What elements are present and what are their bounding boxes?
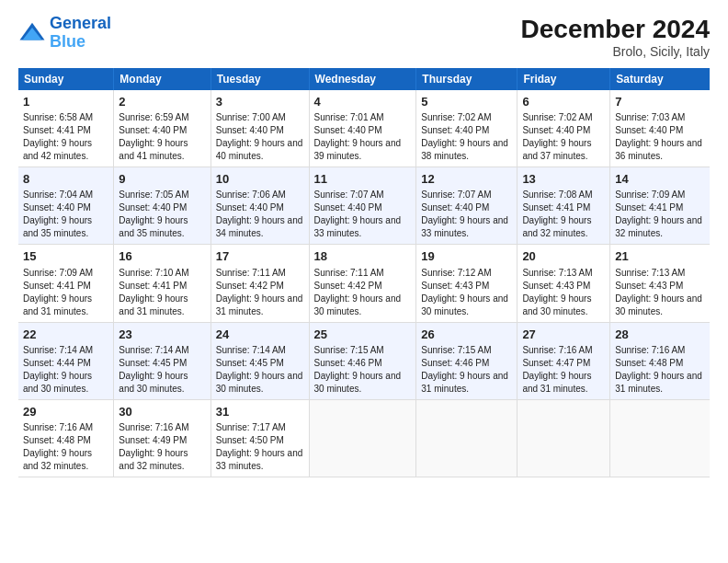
- calendar-cell: 13Sunrise: 7:08 AMSunset: 4:41 PMDayligh…: [518, 167, 610, 245]
- daylight: Daylight: 9 hours and 32 minutes.: [522, 215, 591, 238]
- day-number: 28: [615, 327, 705, 343]
- day-number: 8: [23, 171, 108, 188]
- sunset: Sunset: 4:45 PM: [216, 358, 284, 368]
- daylight: Daylight: 9 hours and 40 minutes.: [216, 138, 303, 161]
- calendar-cell: 29Sunrise: 7:16 AMSunset: 4:48 PMDayligh…: [18, 399, 114, 477]
- week-row-2: 8Sunrise: 7:04 AMSunset: 4:40 PMDaylight…: [18, 167, 710, 245]
- sunset: Sunset: 4:40 PM: [216, 125, 284, 135]
- calendar-cell: 22Sunrise: 7:14 AMSunset: 4:44 PMDayligh…: [18, 322, 114, 399]
- sunrise: Sunrise: 6:59 AM: [119, 112, 188, 122]
- day-number: 9: [119, 171, 205, 188]
- sunrise: Sunrise: 7:01 AM: [314, 112, 384, 122]
- sunrise: Sunrise: 7:14 AM: [23, 345, 93, 355]
- day-number: 4: [314, 94, 412, 110]
- calendar-cell: 2Sunrise: 6:59 AMSunset: 4:40 PMDaylight…: [114, 90, 210, 167]
- calendar-cell: 5Sunrise: 7:02 AMSunset: 4:40 PMDaylight…: [416, 90, 518, 167]
- daylight: Daylight: 9 hours and 41 minutes.: [119, 138, 188, 161]
- calendar-cell: 7Sunrise: 7:03 AMSunset: 4:40 PMDaylight…: [610, 90, 710, 167]
- sunrise: Sunrise: 7:08 AM: [522, 190, 592, 200]
- day-number: 29: [23, 404, 108, 420]
- column-header-saturday: Saturday: [610, 68, 710, 90]
- sunrise: Sunrise: 7:13 AM: [615, 268, 685, 278]
- day-number: 14: [615, 171, 705, 188]
- sunrise: Sunrise: 7:09 AM: [615, 190, 685, 200]
- main-title: December 2024: [521, 15, 710, 44]
- sunset: Sunset: 4:40 PM: [314, 125, 382, 135]
- sunrise: Sunrise: 7:05 AM: [119, 190, 188, 200]
- calendar-cell: 21Sunrise: 7:13 AMSunset: 4:43 PMDayligh…: [610, 245, 710, 322]
- daylight: Daylight: 9 hours and 30 minutes.: [216, 371, 303, 394]
- calendar-cell: 26Sunrise: 7:15 AMSunset: 4:46 PMDayligh…: [416, 322, 518, 399]
- calendar-cell: 19Sunrise: 7:12 AMSunset: 4:43 PMDayligh…: [416, 245, 518, 322]
- sunset: Sunset: 4:43 PM: [615, 281, 683, 291]
- week-row-1: 1Sunrise: 6:58 AMSunset: 4:41 PMDaylight…: [18, 90, 710, 167]
- day-number: 19: [421, 248, 512, 265]
- daylight: Daylight: 9 hours and 31 minutes.: [421, 371, 508, 394]
- daylight: Daylight: 9 hours and 31 minutes.: [522, 371, 591, 394]
- day-number: 15: [23, 248, 108, 265]
- sunset: Sunset: 4:40 PM: [522, 125, 590, 135]
- calendar-cell: 16Sunrise: 7:10 AMSunset: 4:41 PMDayligh…: [114, 245, 210, 322]
- daylight: Daylight: 9 hours and 42 minutes.: [23, 138, 92, 161]
- sunrise: Sunrise: 7:07 AM: [421, 190, 491, 200]
- sunset: Sunset: 4:40 PM: [119, 202, 187, 213]
- day-number: 21: [615, 248, 705, 265]
- calendar-cell: 30Sunrise: 7:16 AMSunset: 4:49 PMDayligh…: [114, 399, 210, 477]
- day-number: 6: [522, 94, 605, 110]
- sunset: Sunset: 4:48 PM: [615, 358, 683, 368]
- calendar-cell: 12Sunrise: 7:07 AMSunset: 4:40 PMDayligh…: [416, 167, 518, 245]
- calendar-cell: 25Sunrise: 7:15 AMSunset: 4:46 PMDayligh…: [309, 322, 416, 399]
- calendar-table: SundayMondayTuesdayWednesdayThursdayFrid…: [18, 68, 710, 477]
- sunrise: Sunrise: 7:03 AM: [615, 112, 685, 122]
- sunset: Sunset: 4:42 PM: [314, 281, 382, 291]
- sunset: Sunset: 4:47 PM: [522, 358, 590, 368]
- daylight: Daylight: 9 hours and 31 minutes.: [216, 293, 303, 316]
- calendar-cell: 15Sunrise: 7:09 AMSunset: 4:41 PMDayligh…: [18, 245, 114, 322]
- column-header-tuesday: Tuesday: [210, 68, 309, 90]
- column-header-monday: Monday: [114, 68, 210, 90]
- day-number: 11: [314, 171, 412, 188]
- sunset: Sunset: 4:41 PM: [615, 202, 683, 213]
- day-number: 3: [216, 94, 304, 110]
- day-number: 18: [314, 248, 412, 265]
- calendar-cell: 11Sunrise: 7:07 AMSunset: 4:40 PMDayligh…: [309, 167, 416, 245]
- title-block: December 2024 Brolo, Sicily, Italy: [521, 15, 710, 59]
- calendar-cell: 23Sunrise: 7:14 AMSunset: 4:45 PMDayligh…: [114, 322, 210, 399]
- sunrise: Sunrise: 7:13 AM: [522, 268, 592, 278]
- calendar-cell: 18Sunrise: 7:11 AMSunset: 4:42 PMDayligh…: [309, 245, 416, 322]
- logo-text: General Blue: [50, 15, 111, 52]
- daylight: Daylight: 9 hours and 31 minutes.: [119, 293, 188, 316]
- sunrise: Sunrise: 7:04 AM: [23, 190, 93, 200]
- column-header-sunday: Sunday: [18, 68, 114, 90]
- calendar-cell: 24Sunrise: 7:14 AMSunset: 4:45 PMDayligh…: [210, 322, 309, 399]
- calendar-cell: 20Sunrise: 7:13 AMSunset: 4:43 PMDayligh…: [518, 245, 610, 322]
- sunrise: Sunrise: 7:17 AM: [216, 422, 286, 432]
- calendar-cell: [309, 399, 416, 477]
- sunset: Sunset: 4:45 PM: [119, 358, 187, 368]
- week-row-4: 22Sunrise: 7:14 AMSunset: 4:44 PMDayligh…: [18, 322, 710, 399]
- sunrise: Sunrise: 7:14 AM: [119, 345, 188, 355]
- sunset: Sunset: 4:43 PM: [522, 281, 590, 291]
- day-number: 26: [421, 327, 512, 343]
- day-number: 13: [522, 171, 605, 188]
- daylight: Daylight: 9 hours and 34 minutes.: [216, 215, 303, 238]
- day-number: 27: [522, 327, 605, 343]
- sunrise: Sunrise: 7:14 AM: [216, 345, 286, 355]
- daylight: Daylight: 9 hours and 32 minutes.: [119, 448, 188, 471]
- sunset: Sunset: 4:40 PM: [615, 125, 683, 135]
- calendar-cell: 8Sunrise: 7:04 AMSunset: 4:40 PMDaylight…: [18, 167, 114, 245]
- sunset: Sunset: 4:40 PM: [421, 125, 489, 135]
- sunrise: Sunrise: 7:16 AM: [522, 345, 592, 355]
- day-number: 7: [615, 94, 705, 110]
- column-header-friday: Friday: [518, 68, 610, 90]
- sunrise: Sunrise: 7:15 AM: [314, 345, 384, 355]
- sunset: Sunset: 4:43 PM: [421, 281, 489, 291]
- calendar-cell: 6Sunrise: 7:02 AMSunset: 4:40 PMDaylight…: [518, 90, 610, 167]
- column-header-wednesday: Wednesday: [309, 68, 416, 90]
- daylight: Daylight: 9 hours and 38 minutes.: [421, 138, 508, 161]
- day-number: 5: [421, 94, 512, 110]
- sunrise: Sunrise: 7:07 AM: [314, 190, 384, 200]
- calendar-cell: [416, 399, 518, 477]
- day-number: 16: [119, 248, 205, 265]
- daylight: Daylight: 9 hours and 37 minutes.: [522, 138, 591, 161]
